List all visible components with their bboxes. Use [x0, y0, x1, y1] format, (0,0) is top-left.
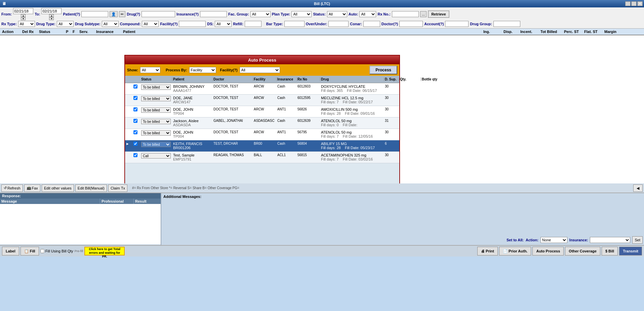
facility-modal-select[interactable]: All	[240, 67, 280, 73]
status-cell-2[interactable]: To be billed	[140, 95, 172, 102]
print-button[interactable]: 🖨 Print	[477, 247, 498, 255]
row-checkbox-6[interactable]	[133, 142, 137, 146]
fax-button[interactable]: 📠 Fax	[24, 184, 40, 192]
to-date-input[interactable]	[41, 8, 62, 14]
row-checkbox-7[interactable]	[133, 153, 137, 157]
retrieve-button[interactable]: Retrieve	[428, 10, 449, 18]
account-input[interactable]	[445, 21, 469, 27]
status-select[interactable]: All	[327, 11, 347, 17]
status-select-7[interactable]: Call	[141, 153, 171, 159]
rx-type-label: Rx Type:	[1, 22, 17, 26]
row-checkbox-2[interactable]	[133, 96, 137, 100]
drug-type-label: Drug Type:	[36, 22, 55, 26]
expand-cell-6[interactable]: ►	[125, 141, 130, 146]
table-row[interactable]: To be billed DOE, JANE ARCW147 DOCTOR, T…	[125, 95, 399, 106]
rx-no-input[interactable]	[392, 11, 419, 17]
drug-type-select[interactable]: All	[57, 21, 74, 27]
row-checkbox-5[interactable]	[133, 130, 137, 134]
checkbox-cell-1[interactable]	[130, 84, 140, 89]
row-checkbox-1[interactable]	[133, 84, 137, 89]
auto-select[interactable]: All	[359, 11, 376, 17]
status-cell-5[interactable]: To be billed	[140, 130, 172, 136]
table-row[interactable]: To be billed DOE, JOHN TP004 DOCTOR, TES…	[125, 106, 399, 117]
status-cell-3[interactable]: To be billed	[140, 107, 172, 113]
status-select-2[interactable]: To be billed	[141, 96, 171, 101]
over-under-input[interactable]	[328, 21, 349, 27]
row-checkbox-4[interactable]	[133, 119, 137, 123]
compound-select[interactable]: All	[142, 21, 159, 27]
from-date-up[interactable]: ▲	[21, 14, 26, 17]
table-row[interactable]: To be billed BROWN, JOHNNY AAAA1477 DOCT…	[125, 83, 399, 95]
facility-input[interactable]	[179, 21, 206, 27]
status-cell-7[interactable]: Call	[140, 152, 172, 159]
patient-input[interactable]	[81, 11, 108, 17]
error-button[interactable]: Click here to get Total errors and waiti…	[84, 247, 125, 255]
other-coverage-button[interactable]: Other Coverage	[565, 247, 600, 255]
patient-edit-icon[interactable]: ✏	[119, 11, 125, 17]
from-date-down[interactable]: ▼	[21, 17, 26, 20]
status-select-6[interactable]: To be billed	[141, 142, 171, 147]
to-date-down[interactable]: ▼	[49, 17, 54, 20]
conar-input[interactable]	[363, 21, 380, 27]
edit-other-button[interactable]: Edit other values	[42, 184, 74, 192]
response-table-body[interactable]	[0, 204, 161, 244]
status-select-3[interactable]: To be billed	[141, 107, 171, 113]
sidebar-toggle-btn[interactable]: ◄	[633, 184, 643, 192]
checkbox-cell-7[interactable]	[130, 152, 140, 158]
fill-button[interactable]: 📋 Fill	[21, 247, 39, 255]
plan-type-select[interactable]: All	[291, 11, 312, 17]
drug-group-input[interactable]	[493, 21, 520, 27]
row-checkbox-3[interactable]	[133, 107, 137, 111]
table-row[interactable]: To be billed Jackson, Aislee ASDASDA GAB…	[125, 117, 399, 129]
label-button[interactable]: Label	[2, 247, 19, 255]
doctor-input[interactable]	[399, 21, 423, 27]
insurance-input[interactable]	[200, 11, 227, 17]
process-button[interactable]: Process	[369, 66, 397, 74]
maximize-button[interactable]: □	[631, 1, 637, 6]
set-button[interactable]: Set	[632, 236, 643, 244]
transmit-button[interactable]: Transmit	[619, 247, 642, 255]
checkbox-cell-3[interactable]	[130, 107, 140, 112]
table-row[interactable]: Call Test, Sample EMP15791 REAGAN, THOMA…	[125, 152, 399, 163]
to-date-up[interactable]: ▲	[49, 14, 54, 17]
status-select-4[interactable]: To be billed	[141, 119, 171, 124]
insurance-set-select[interactable]	[590, 237, 630, 243]
checkbox-cell-5[interactable]	[130, 130, 140, 135]
process-by-select[interactable]: Facility	[189, 67, 216, 73]
modal-table-body[interactable]: To be billed BROWN, JOHNNY AAAA1477 DOCT…	[125, 83, 399, 183]
status-cell-4[interactable]: To be billed	[140, 118, 172, 125]
drug-subtype-select[interactable]: All	[102, 21, 119, 27]
facility-cell-5: ARCW	[253, 130, 277, 135]
bill-bottom-button[interactable]: $ Bill	[602, 247, 618, 255]
refresh-button[interactable]: ↺ Refresh	[1, 184, 23, 192]
table-row[interactable]: To be billed DOE, JOHN TP004 DOCTOR, TES…	[125, 129, 399, 140]
show-select[interactable]: All	[140, 67, 160, 73]
table-row-selected[interactable]: ► To be billed KEITH, FRANCIS BR001206 T…	[125, 140, 399, 152]
rx-type-select[interactable]: All	[18, 21, 35, 27]
drug-input[interactable]	[142, 11, 175, 17]
status-cell-6[interactable]: To be billed	[140, 141, 172, 148]
minimize-button[interactable]: ─	[625, 1, 631, 6]
action-select[interactable]: None	[540, 237, 567, 243]
refill-input[interactable]	[245, 21, 261, 27]
patient-search-icon[interactable]: 👤	[110, 11, 118, 17]
checkbox-cell-6[interactable]	[130, 141, 140, 146]
from-date-input[interactable]	[13, 8, 33, 14]
status-select-5[interactable]: To be billed	[141, 130, 171, 136]
checkbox-cell-2[interactable]	[130, 95, 140, 101]
col-rxno-header: Rx No	[297, 77, 320, 81]
column-headers: Action Del Rx Status P F Serv. Insurance…	[0, 29, 644, 35]
status-cell-1[interactable]: To be billed	[140, 84, 172, 91]
checkbox-cell-4[interactable]	[130, 118, 140, 124]
status-select-1[interactable]: To be billed	[141, 84, 171, 90]
edit-bill-button[interactable]: Edit Bill(Manual)	[75, 184, 107, 192]
ds-select[interactable]: All	[215, 21, 232, 27]
rx-no-dots-btn[interactable]: ...	[420, 11, 427, 17]
claim-tx-button[interactable]: Claim Tx	[108, 184, 127, 192]
fac-group-select[interactable]: All	[250, 11, 271, 17]
bar-type-input[interactable]	[284, 21, 305, 27]
auto-process-bottom-button[interactable]: Auto Process	[532, 247, 564, 255]
prior-auth-button[interactable]: 📄 Prior Auth.	[499, 247, 531, 255]
close-button[interactable]: ✕	[637, 1, 643, 6]
fill-using-bill-qty-checkbox[interactable]	[40, 249, 44, 253]
